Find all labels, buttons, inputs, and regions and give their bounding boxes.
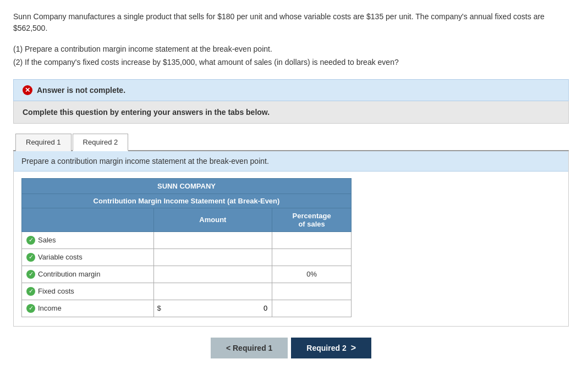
- tab-content: Prepare a contribution margin income sta…: [13, 151, 569, 327]
- next-chevron-icon: >: [351, 343, 356, 353]
- table-row: ✓ Income $: [22, 300, 352, 317]
- intro-paragraph1: Sunn Company manufactures a single produ…: [13, 11, 569, 34]
- tab-required2[interactable]: Required 2: [73, 134, 129, 151]
- question2: (2) If the company's fixed costs increas…: [13, 56, 569, 69]
- contribution-margin-amount-input[interactable]: [154, 267, 272, 282]
- sales-check-icon: ✓: [26, 236, 35, 245]
- income-table: SUNN COMPANY Contribution Margin Income …: [21, 178, 352, 317]
- variable-costs-amount-input[interactable]: [154, 250, 272, 265]
- table-row: ✓ Fixed costs: [22, 283, 352, 300]
- fixed-costs-amount-input[interactable]: [154, 284, 272, 299]
- sales-amount-input[interactable]: [154, 233, 272, 248]
- income-pct-cell: [272, 300, 352, 317]
- sales-amount-cell[interactable]: [153, 231, 272, 249]
- variable-costs-label: ✓ Variable costs: [22, 249, 153, 266]
- income-label: ✓ Income: [22, 300, 153, 317]
- fixed-costs-amount-cell[interactable]: [153, 283, 272, 300]
- prev-button[interactable]: < Required 1: [211, 338, 288, 358]
- bottom-nav: < Required 1 Required 2 >: [13, 338, 569, 369]
- table-subtitle: Contribution Margin Income Statement (at…: [22, 194, 352, 208]
- answer-status-bar: ✕ Answer is not complete.: [13, 79, 569, 101]
- contribution-margin-amount-cell[interactable]: [153, 266, 272, 283]
- variable-costs-pct-cell: [272, 249, 352, 266]
- header-pct: Percentageof sales: [272, 208, 352, 231]
- fixed-costs-label: ✓ Fixed costs: [22, 283, 153, 300]
- income-check-icon: ✓: [26, 304, 35, 313]
- header-amount: Amount: [153, 208, 272, 231]
- tabs-container: Required 1 Required 2: [13, 132, 569, 151]
- variable-costs-check-icon: ✓: [26, 253, 35, 262]
- table-title-row: SUNN COMPANY: [22, 178, 352, 194]
- table-row: ✓ Sales: [22, 231, 352, 249]
- sales-pct-cell: [272, 231, 352, 249]
- income-dollar-sign: $: [154, 300, 161, 317]
- table-header-row: Amount Percentageof sales: [22, 208, 352, 231]
- contribution-margin-check-icon: ✓: [26, 270, 35, 279]
- table-title: SUNN COMPANY: [22, 178, 352, 194]
- questions-block: (1) Prepare a contribution margin income…: [13, 43, 569, 69]
- contribution-margin-label: ✓ Contribution margin: [22, 266, 153, 283]
- instruction-bar: Complete this question by entering your …: [13, 101, 569, 124]
- variable-costs-amount-cell[interactable]: [153, 249, 272, 266]
- tab-required1[interactable]: Required 1: [15, 134, 72, 151]
- question1: (1) Prepare a contribution margin income…: [13, 43, 569, 56]
- income-amount-cell[interactable]: $: [153, 300, 272, 317]
- answer-status-text: Answer is not complete.: [37, 86, 125, 95]
- error-icon: ✕: [23, 85, 32, 95]
- next-button[interactable]: Required 2 >: [291, 338, 371, 358]
- table-row: ✓ Variable costs: [22, 249, 352, 266]
- table-row: ✓ Contribution margin 0%: [22, 266, 352, 283]
- table-wrapper: SUNN COMPANY Contribution Margin Income …: [14, 172, 568, 326]
- fixed-costs-pct-cell: [272, 283, 352, 300]
- table-subtitle-row: Contribution Margin Income Statement (at…: [22, 194, 352, 208]
- fixed-costs-check-icon: ✓: [26, 287, 35, 296]
- contribution-margin-pct-cell: 0%: [272, 266, 352, 283]
- income-amount-input[interactable]: [161, 301, 272, 316]
- tab-instruction: Prepare a contribution margin income sta…: [14, 151, 568, 172]
- header-label: [22, 208, 154, 231]
- sales-label: ✓ Sales: [22, 232, 153, 249]
